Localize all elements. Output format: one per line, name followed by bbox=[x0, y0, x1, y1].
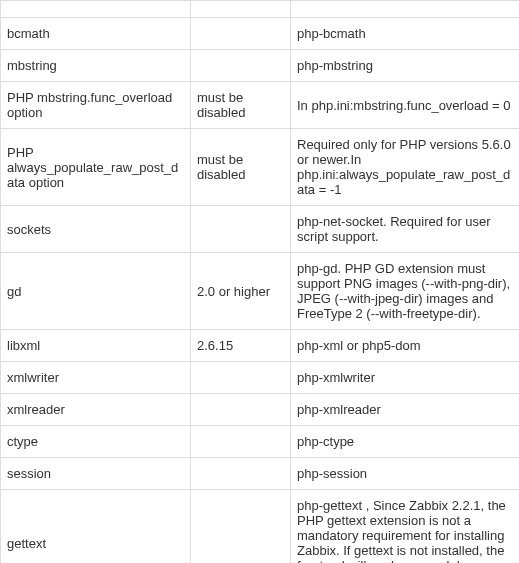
table-cell-name: gettext bbox=[1, 490, 191, 564]
table-row: PHP mbstring.func_overload optionmust be… bbox=[1, 82, 520, 129]
table-cell-name: gd bbox=[1, 253, 191, 330]
table-row: gettextphp-gettext , Since Zabbix 2.2.1,… bbox=[1, 490, 520, 564]
table-cell-name: mbstring bbox=[1, 50, 191, 82]
table-cell-version bbox=[191, 490, 291, 564]
table-cell-name: ctype bbox=[1, 426, 191, 458]
table-row: xmlreaderphp-xmlreader bbox=[1, 394, 520, 426]
table-cell-description: php-bcmath bbox=[291, 18, 520, 50]
table-cell-description bbox=[291, 1, 520, 18]
table-cell-version bbox=[191, 426, 291, 458]
table-row: socketsphp-net-socket. Required for user… bbox=[1, 206, 520, 253]
table-cell-version: 2.0 or higher bbox=[191, 253, 291, 330]
table-row: bcmathphp-bcmath bbox=[1, 18, 520, 50]
table-row: libxml2.6.15php-xml or php5-dom bbox=[1, 330, 520, 362]
table-cell-description: php-gd. PHP GD extension must support PN… bbox=[291, 253, 520, 330]
table-row bbox=[1, 1, 520, 18]
table-cell-version bbox=[191, 18, 291, 50]
table-cell-description: php-mbstring bbox=[291, 50, 520, 82]
table-cell-description: Required only for PHP versions 5.6.0 or … bbox=[291, 129, 520, 206]
table-row: gd2.0 or higherphp-gd. PHP GD extension … bbox=[1, 253, 520, 330]
table-row: PHP always_populate_raw_post_data option… bbox=[1, 129, 520, 206]
table-cell-version bbox=[191, 206, 291, 253]
table-row: xmlwriterphp-xmlwriter bbox=[1, 362, 520, 394]
table-cell-name: sockets bbox=[1, 206, 191, 253]
table-cell-version: 2.6.15 bbox=[191, 330, 291, 362]
table-cell-description: php-net-socket. Required for user script… bbox=[291, 206, 520, 253]
table-cell-name: libxml bbox=[1, 330, 191, 362]
table-cell-description: php-xmlwriter bbox=[291, 362, 520, 394]
table-row: sessionphp-session bbox=[1, 458, 520, 490]
table-cell-version: must be disabled bbox=[191, 129, 291, 206]
table-row: ctypephp-ctype bbox=[1, 426, 520, 458]
table-cell-name: xmlwriter bbox=[1, 362, 191, 394]
table-cell-description: php-gettext , Since Zabbix 2.2.1, the PH… bbox=[291, 490, 520, 564]
table-cell-description: php-xml or php5-dom bbox=[291, 330, 520, 362]
table-cell-name: bcmath bbox=[1, 18, 191, 50]
requirements-table: bcmathphp-bcmathmbstringphp-mbstringPHP … bbox=[0, 0, 519, 563]
table-cell-version bbox=[191, 394, 291, 426]
table-cell-description: php-xmlreader bbox=[291, 394, 520, 426]
table-cell-version bbox=[191, 1, 291, 18]
table-cell-version bbox=[191, 458, 291, 490]
table-cell-version bbox=[191, 50, 291, 82]
table-cell-name: PHP mbstring.func_overload option bbox=[1, 82, 191, 129]
table-cell-version: must be disabled bbox=[191, 82, 291, 129]
table-cell-description: php-session bbox=[291, 458, 520, 490]
table-cell-name: PHP always_populate_raw_post_data option bbox=[1, 129, 191, 206]
table-cell-description: php-ctype bbox=[291, 426, 520, 458]
table-cell-name: session bbox=[1, 458, 191, 490]
table-cell-description: In php.ini:mbstring.func_overload = 0 bbox=[291, 82, 520, 129]
table-cell-version bbox=[191, 362, 291, 394]
table-cell-name bbox=[1, 1, 191, 18]
table-row: mbstringphp-mbstring bbox=[1, 50, 520, 82]
table-cell-name: xmlreader bbox=[1, 394, 191, 426]
